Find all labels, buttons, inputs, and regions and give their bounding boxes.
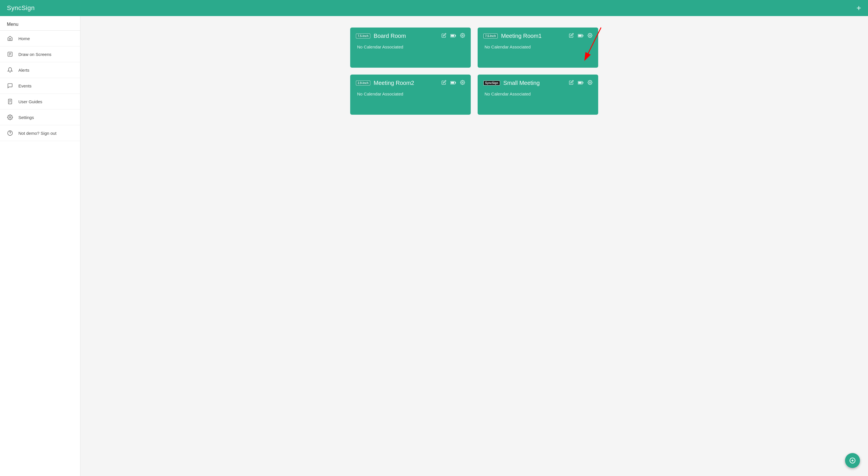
sidebar-draw-label: Draw on Screens xyxy=(19,52,51,57)
svg-point-24 xyxy=(462,82,463,83)
sidebar-menu-label: Menu xyxy=(0,16,80,31)
device-badge-meeting-room1: 7.5-Inch xyxy=(484,34,498,38)
room-name-meeting-room2: Meeting Room2 xyxy=(374,80,414,86)
sidebar-alerts-label: Alerts xyxy=(19,68,29,73)
rooms-grid: 7.5-Inch Board Room xyxy=(98,28,851,115)
svg-point-18 xyxy=(589,35,590,36)
sidebar-guides-label: User Guides xyxy=(19,99,42,104)
sidebar-settings-label: Settings xyxy=(19,115,34,120)
draw-icon-meeting-room2[interactable] xyxy=(441,80,446,86)
bell-icon xyxy=(7,67,13,73)
svg-rect-26 xyxy=(583,82,584,83)
sidebar-home-label: Home xyxy=(19,36,30,41)
body-layout: Menu Home Draw on Screens xyxy=(0,16,868,476)
app-header: SyncSign + xyxy=(0,0,868,16)
room-card-meeting-room2[interactable]: 2.9-Inch Meeting Room2 xyxy=(350,74,471,115)
sidebar-item-alerts[interactable]: Alerts xyxy=(0,62,80,78)
svg-point-28 xyxy=(589,82,590,83)
draw-icon-small-meeting[interactable] xyxy=(569,80,574,86)
svg-rect-12 xyxy=(455,35,456,36)
app-title: SyncSign xyxy=(7,4,35,12)
settings-icon-meeting-room1[interactable] xyxy=(588,33,592,39)
sidebar-item-draw-on-screens[interactable]: Draw on Screens xyxy=(0,46,80,62)
device-badge-board-room: 7.5-Inch xyxy=(356,34,370,38)
svg-point-14 xyxy=(462,35,463,36)
svg-rect-16 xyxy=(583,35,584,36)
device-badge-small-meeting: SyncSign xyxy=(484,80,500,86)
room-name-board-room: Board Room xyxy=(374,33,406,39)
sidebar: Menu Home Draw on Screens xyxy=(0,16,81,476)
battery-icon-meeting-room2 xyxy=(451,80,456,86)
edit-icon xyxy=(7,51,13,57)
user-circle-icon xyxy=(7,130,13,136)
svg-rect-27 xyxy=(578,82,582,84)
svg-rect-23 xyxy=(451,82,454,84)
calendar-status-meeting-room2: No Calendar Associated xyxy=(356,92,465,96)
calendar-status-board-room: No Calendar Associated xyxy=(356,44,465,49)
sidebar-item-settings[interactable]: Settings xyxy=(0,109,80,125)
calendar-status-meeting-room1: No Calendar Associated xyxy=(484,44,592,49)
chat-icon xyxy=(7,82,13,89)
settings-icon-board-room[interactable] xyxy=(460,33,465,39)
sidebar-item-events[interactable]: Events xyxy=(0,78,80,94)
svg-rect-13 xyxy=(451,35,454,37)
sidebar-item-user-guides[interactable]: User Guides xyxy=(0,94,80,109)
svg-point-8 xyxy=(9,117,11,118)
main-content: 7.5-Inch Board Room xyxy=(81,16,868,476)
battery-icon-small-meeting xyxy=(578,80,584,86)
device-badge-meeting-room2: 2.9-Inch xyxy=(356,80,370,86)
svg-rect-22 xyxy=(455,82,456,83)
room-card-meeting-room1[interactable]: 7.5-Inch Meeting Room1 xyxy=(477,28,598,68)
add-button[interactable]: + xyxy=(857,4,861,12)
calendar-status-small-meeting: No Calendar Associated xyxy=(484,92,592,96)
room-name-meeting-room1: Meeting Room1 xyxy=(501,33,541,39)
home-icon xyxy=(7,35,13,42)
draw-icon-board-room[interactable] xyxy=(441,33,446,39)
battery-icon-meeting-room1 xyxy=(578,33,584,39)
svg-line-20 xyxy=(588,28,601,53)
sidebar-signout-label: Not demo? Sign out xyxy=(19,131,57,136)
clipboard-icon xyxy=(7,98,13,105)
sidebar-item-home[interactable]: Home xyxy=(0,31,80,46)
gear-icon xyxy=(7,114,13,121)
sidebar-events-label: Events xyxy=(19,83,32,88)
battery-icon-board-room xyxy=(451,33,456,39)
draw-icon-meeting-room1[interactable] xyxy=(569,33,574,39)
fab-button[interactable] xyxy=(845,453,860,468)
room-name-small-meeting: Small Meeting xyxy=(503,80,540,86)
room-card-board-room[interactable]: 7.5-Inch Board Room xyxy=(350,28,471,68)
settings-icon-small-meeting[interactable] xyxy=(588,80,592,86)
settings-icon-meeting-room2[interactable] xyxy=(460,80,465,86)
room-card-small-meeting[interactable]: SyncSign Small Meeting xyxy=(477,74,598,115)
svg-rect-17 xyxy=(578,35,582,37)
sidebar-item-sign-out[interactable]: Not demo? Sign out xyxy=(0,125,80,141)
